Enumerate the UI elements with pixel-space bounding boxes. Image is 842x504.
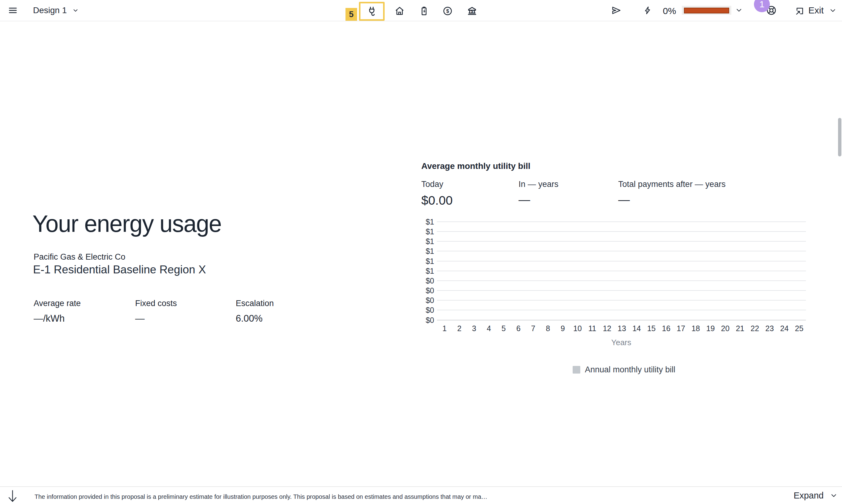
chart-x-tick-label: 2: [452, 324, 467, 333]
stat-average-rate: Average rate —/kWh: [34, 299, 81, 324]
dollar-coin-icon: $: [442, 5, 453, 17]
chart-x-tick-label: 7: [526, 324, 540, 333]
chart-gridline: [437, 271, 806, 271]
chart-x-tick-label: 24: [777, 324, 792, 333]
disclaimer-bar: The information provided in this proposa…: [0, 486, 842, 504]
vertical-scrollbar-thumb[interactable]: [838, 118, 841, 156]
chart-x-tick-label: 5: [496, 324, 511, 333]
chart-x-tick-label: 17: [673, 324, 688, 333]
scroll-down-button[interactable]: [7, 490, 18, 504]
design-name: Design 1: [33, 5, 67, 15]
chart-legend: Annual monthly utility bill: [573, 365, 675, 375]
chart-x-tick-label: 23: [762, 324, 777, 333]
svg-text:$: $: [471, 9, 473, 14]
chart-gridline: [437, 221, 806, 222]
chart-x-tick-label: 4: [482, 324, 496, 333]
offset-percentage: 0%: [663, 6, 676, 16]
tool-home[interactable]: [392, 4, 407, 18]
exit-label: Exit: [808, 5, 824, 16]
send-icon: [611, 5, 622, 16]
hamburger-icon: [8, 5, 18, 15]
chart-x-tick-label: 8: [540, 324, 555, 333]
chart-y-tick-label: $0: [421, 316, 434, 325]
down-arrow-icon: [7, 490, 18, 504]
chart-x-tick-label: 16: [659, 324, 673, 333]
summary-in-years: In — years —: [518, 180, 559, 206]
chart-y-tick-label: $0: [421, 296, 434, 305]
chart-x-axis-title: Years: [598, 338, 644, 347]
chart-gridline: [437, 300, 806, 301]
tool-utility-selected[interactable]: [359, 2, 384, 21]
chart-x-tick-label: 21: [733, 324, 748, 333]
chart-x-tick-label: 12: [600, 324, 615, 333]
chart-x-tick-label: 3: [467, 324, 482, 333]
stat-value: —/kWh: [34, 313, 81, 324]
chart-gridline: [437, 320, 806, 320]
tool-financing[interactable]: $: [465, 4, 479, 18]
bank-icon: $: [466, 5, 478, 17]
chevron-down-icon: [72, 7, 79, 14]
house-icon: [394, 5, 405, 17]
summary-label: Total payments after — years: [618, 180, 725, 189]
legend-swatch: [573, 366, 580, 374]
utility-name: Pacific Gas & Electric Co: [34, 252, 125, 262]
plug-icon: [366, 5, 378, 17]
exit-label-button[interactable]: Exit: [808, 5, 824, 16]
chart-x-tick-label: 11: [585, 324, 600, 333]
utility-bill-chart-plot: Years $1$1$1$1$1$1$0$0$0$0$0123456789101…: [421, 217, 806, 352]
expand-disclaimer-button[interactable]: Expand: [794, 490, 838, 501]
chart-x-tick-label: 9: [555, 324, 570, 333]
chart-y-tick-label: $1: [421, 256, 434, 266]
stat-label: Average rate: [34, 299, 81, 308]
chart-x-tick-label: 14: [629, 324, 644, 333]
lightning-icon: [643, 5, 652, 16]
exit-button[interactable]: [794, 5, 805, 17]
chart-x-tick-label: 1: [437, 324, 452, 333]
stat-label: Escalation: [236, 299, 274, 308]
simulate-button[interactable]: [642, 4, 653, 16]
chart-y-tick-label: $1: [421, 266, 434, 275]
offset-dropdown-button[interactable]: [734, 6, 744, 15]
stat-value: 6.00%: [236, 313, 274, 324]
battery-icon: [418, 5, 430, 17]
chevron-down-icon: [829, 492, 838, 500]
chart-y-tick-label: $0: [421, 276, 434, 285]
energy-offset-bar: [682, 6, 731, 15]
step-count-badge: 5: [345, 8, 357, 21]
share-proposal-button[interactable]: [611, 5, 622, 16]
page-title: Your energy usage: [32, 211, 221, 237]
design-switcher[interactable]: Design 1: [33, 0, 79, 21]
svg-text:$: $: [446, 8, 449, 14]
chart-y-tick-label: $0: [421, 286, 434, 295]
chart-x-tick-label: 6: [511, 324, 526, 333]
chart-x-tick-label: 19: [703, 324, 718, 333]
summary-label: In — years: [518, 180, 559, 189]
exit-menu-chevron[interactable]: [827, 7, 838, 15]
summary-value: $0.00: [421, 193, 453, 208]
menu-button[interactable]: [7, 4, 19, 17]
energy-offset-bar-fill: [684, 7, 729, 14]
stat-escalation: Escalation 6.00%: [236, 299, 274, 324]
chevron-down-icon: [828, 7, 838, 15]
tool-pricing[interactable]: $: [440, 4, 455, 18]
tool-battery[interactable]: [417, 4, 431, 18]
chart-gridline: [437, 290, 806, 291]
chart-y-tick-label: $1: [421, 217, 434, 226]
chart-gridline: [437, 251, 806, 251]
stat-label: Fixed costs: [135, 299, 177, 308]
chart-gridline: [437, 231, 806, 232]
chart-gridline: [437, 261, 806, 262]
expand-label: Expand: [794, 490, 824, 501]
stat-value: —: [135, 313, 177, 324]
summary-value: —: [618, 193, 725, 206]
chart-x-tick-label: 18: [688, 324, 703, 333]
chart-x-tick-label: 13: [615, 324, 629, 333]
rate-plan-name: E-1 Residential Baseline Region X: [33, 263, 206, 276]
chart-gridline: [437, 310, 806, 310]
summary-value: —: [518, 193, 559, 206]
chart-y-tick-label: $1: [421, 227, 434, 236]
chart-x-tick-label: 10: [570, 324, 585, 333]
chart-y-tick-label: $1: [421, 237, 434, 246]
exit-icon: [795, 6, 805, 16]
chart-y-tick-label: $1: [421, 247, 434, 256]
